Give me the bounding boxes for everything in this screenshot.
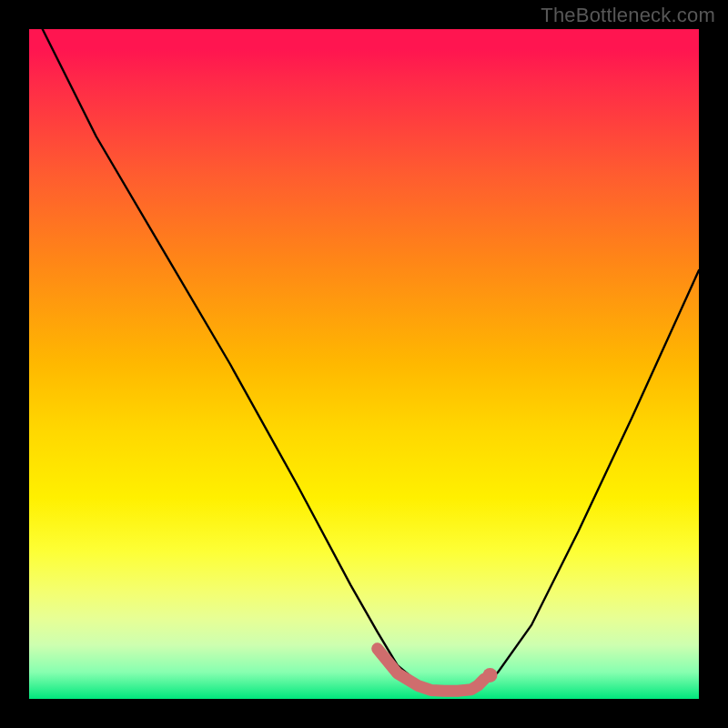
plot-area [29, 29, 699, 699]
chart-frame: TheBottleneck.com [0, 0, 728, 728]
highlight-segment-path [378, 649, 485, 691]
highlight-end-dot [483, 668, 498, 682]
watermark-text: TheBottleneck.com [541, 4, 715, 27]
bottleneck-curve-path [43, 29, 699, 691]
curve-svg [29, 29, 699, 699]
